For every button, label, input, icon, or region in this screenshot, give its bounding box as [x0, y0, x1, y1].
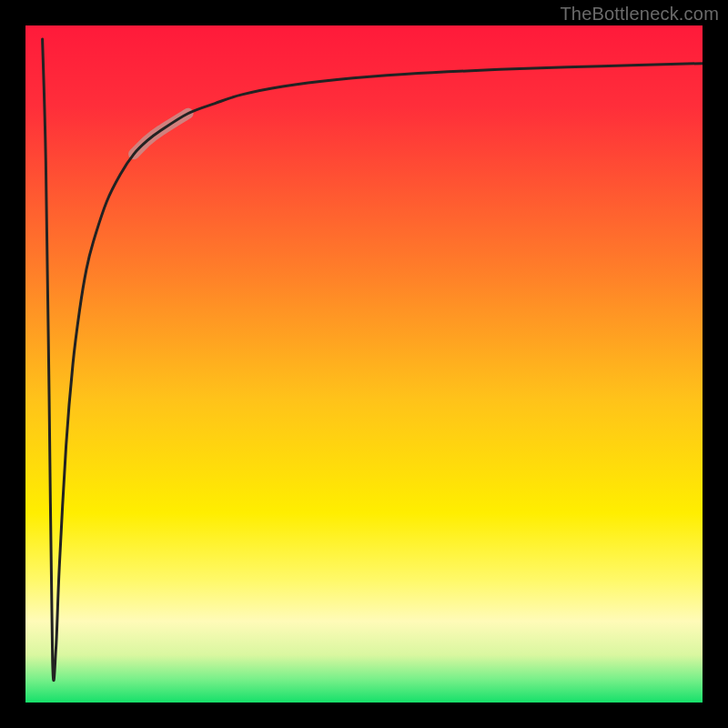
gradient-background: [25, 25, 703, 703]
bottleneck-chart: [25, 25, 703, 703]
chart-frame: [25, 25, 703, 703]
watermark-text: TheBottleneck.com: [560, 4, 719, 25]
